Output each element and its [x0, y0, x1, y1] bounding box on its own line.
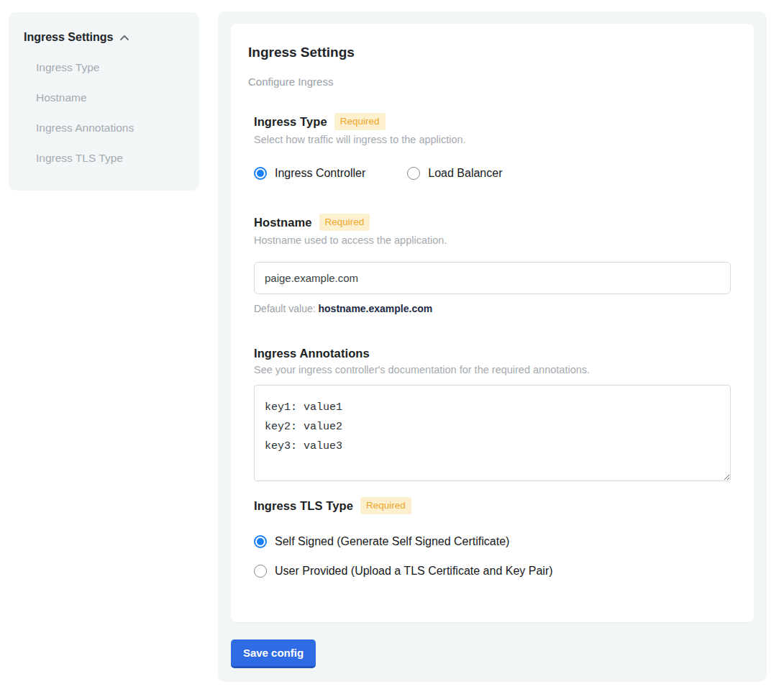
radio-load-balancer-label: Load Balancer — [428, 166, 502, 181]
radio-ingress-controller-label: Ingress Controller — [275, 166, 365, 181]
radio-self-signed-label: Self Signed (Generate Self Signed Certif… — [275, 534, 509, 549]
sidebar-section-title: Ingress Settings — [24, 30, 113, 44]
ingress-tls-type-label: Ingress TLS Type — [254, 499, 353, 513]
radio-self-signed[interactable]: Self Signed (Generate Self Signed Certif… — [254, 534, 731, 549]
default-value: hostname.example.com — [319, 303, 433, 314]
page-title: Ingress Settings — [248, 45, 731, 60]
hostname-input[interactable] — [254, 262, 731, 294]
radio-ingress-controller[interactable]: Ingress Controller — [254, 166, 365, 181]
radio-selected-icon[interactable] — [254, 535, 267, 548]
required-badge: Required — [334, 113, 386, 130]
sidebar-item-hostname[interactable]: Hostname — [36, 91, 185, 104]
ingress-annotations-label: Ingress Annotations — [254, 347, 370, 360]
required-badge: Required — [319, 214, 370, 231]
default-prefix: Default value: — [254, 303, 319, 314]
hostname-label: Hostname — [254, 216, 312, 229]
chevron-up-icon — [119, 32, 130, 44]
ingress-type-help: Select how traffic will ingress to the a… — [254, 134, 731, 146]
ingress-settings-card: Ingress Settings Configure Ingress Ingre… — [231, 24, 754, 622]
hostname-default-line: Default value: hostname.example.com — [254, 303, 731, 315]
sidebar-item-ingress-type[interactable]: Ingress Type — [36, 61, 185, 74]
section-ingress-type: Ingress Type Required Select how traffic… — [254, 113, 731, 181]
ingress-type-label: Ingress Type — [254, 115, 327, 129]
sidebar-item-ingress-tls-type[interactable]: Ingress TLS Type — [36, 152, 185, 165]
sidebar-item-ingress-annotations[interactable]: Ingress Annotations — [36, 122, 185, 135]
hostname-help: Hostname used to access the application. — [254, 234, 731, 247]
ingress-annotations-help: See your ingress controller's documentat… — [254, 364, 731, 376]
settings-sidebar: Ingress Settings Ingress Type Hostname I… — [9, 12, 199, 191]
settings-panel: Ingress Settings Configure Ingress Ingre… — [218, 12, 767, 682]
required-badge: Required — [360, 497, 411, 514]
sidebar-section-toggle[interactable]: Ingress Settings — [24, 30, 185, 44]
radio-unselected-icon[interactable] — [254, 565, 267, 578]
page-subtitle: Configure Ingress — [248, 76, 731, 88]
radio-load-balancer[interactable]: Load Balancer — [407, 166, 502, 181]
section-hostname: Hostname Required Hostname used to acces… — [254, 214, 731, 315]
radio-unselected-icon[interactable] — [407, 167, 420, 180]
radio-user-provided-label: User Provided (Upload a TLS Certificate … — [275, 564, 553, 578]
radio-selected-icon[interactable] — [254, 167, 267, 180]
section-ingress-annotations: Ingress Annotations See your ingress con… — [254, 347, 731, 481]
section-ingress-tls-type: Ingress TLS Type Required Self Signed (G… — [254, 497, 731, 578]
save-config-button[interactable]: Save config — [231, 639, 316, 668]
radio-user-provided[interactable]: User Provided (Upload a TLS Certificate … — [254, 564, 731, 578]
ingress-annotations-textarea[interactable]: key1: value1 key2: value2 key3: value3 — [254, 385, 731, 481]
